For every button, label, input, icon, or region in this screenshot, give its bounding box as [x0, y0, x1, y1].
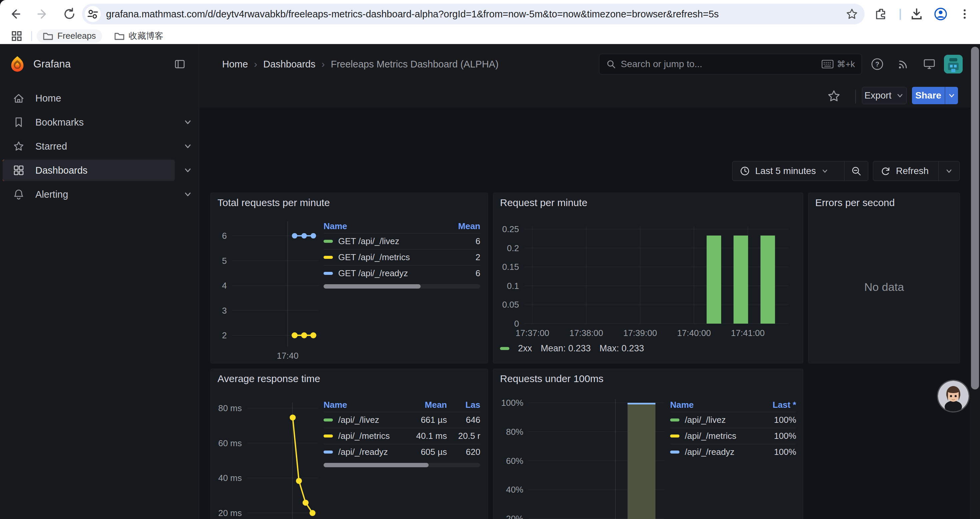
legend-value: 620 [447, 447, 480, 457]
downloads-button[interactable] [908, 6, 924, 22]
refresh-button[interactable]: Refresh [873, 161, 938, 181]
sidebar: Grafana Home Bookmarks Starred [0, 44, 199, 519]
export-label: Export [865, 90, 892, 101]
apps-button[interactable] [9, 28, 25, 44]
legend-value: 40.1 ms [400, 431, 447, 441]
legend-row[interactable]: /api/_/metrics40.1 ms20.5 r [323, 428, 480, 444]
scrollbar-thumb[interactable] [323, 463, 429, 467]
legend-column-header[interactable]: Name [323, 221, 440, 232]
chevron-down-icon[interactable] [183, 165, 193, 175]
export-button[interactable]: Export [862, 87, 907, 104]
legend-series-name[interactable]: /api/_/readyz [685, 447, 735, 457]
reload-button[interactable] [61, 6, 77, 22]
search-placeholder: Search or jump to... [621, 59, 822, 69]
bookmark-page-button[interactable] [844, 6, 860, 22]
scrollbar-thumb[interactable] [323, 284, 421, 289]
data-point [302, 500, 309, 506]
help-icon[interactable]: ? [870, 57, 884, 71]
share-button[interactable]: Share [912, 87, 945, 104]
legend-series-name[interactable]: /api/_/livez [685, 415, 726, 425]
chevron-down-icon[interactable] [183, 189, 193, 200]
page-scrollbar[interactable] [970, 44, 980, 519]
forward-button[interactable] [35, 6, 51, 22]
request-per-minute-chart[interactable]: 00.050.10.150.20.2517:37:0017:38:0017:39… [493, 193, 803, 363]
legend-value: 6 [440, 236, 480, 246]
sidebar-item-label: Bookmarks [35, 117, 84, 128]
legend-row[interactable]: /api/_/readyz605 µs620 [323, 444, 480, 460]
legend-value: 661 µs [400, 415, 447, 425]
legend-column-header[interactable]: Mean [400, 400, 447, 410]
sidebar-item-starred[interactable]: Starred [3, 136, 175, 157]
legend-column-header[interactable]: Name [670, 400, 756, 410]
browser-menu-button[interactable] [957, 6, 973, 22]
legend-series-name[interactable]: GET /api/_/livez [338, 236, 399, 246]
panel-title[interactable]: Errors per second [815, 197, 895, 208]
forward-arrow-icon [36, 7, 49, 21]
bookmark-label: 收藏博客 [129, 30, 164, 42]
legend-horizontal-scrollbar[interactable] [323, 463, 480, 467]
legend-series-name[interactable]: GET /api/_/readyz [338, 268, 408, 278]
legend-row[interactable]: /api/_/livez661 µs646 [323, 412, 480, 428]
y-axis-tick: 0.25 [502, 224, 519, 234]
panel-total-requests-per-minute: Total requests per minute 2345617:40 Nam… [210, 193, 488, 363]
profile-button[interactable] [932, 6, 949, 22]
legend-series-name[interactable]: /api/_/readyz [338, 447, 388, 457]
bar[interactable] [733, 235, 748, 324]
bookmark-folder-blogs[interactable]: 收藏博客 [108, 29, 169, 43]
legend-row[interactable]: GET /api/_/readyz6 [323, 265, 480, 281]
legend-column-header[interactable]: Last * [756, 400, 796, 410]
breadcrumb-dashboards[interactable]: Dashboards [263, 59, 315, 70]
breadcrumb-home[interactable]: Home [222, 59, 248, 70]
scrollbar-thumb[interactable] [971, 47, 979, 390]
url-bar[interactable]: grafana.mathmast.com/d/deytv4rwavabkb/fr… [82, 4, 865, 24]
assistant-avatar[interactable] [938, 381, 969, 412]
time-range-picker[interactable]: Last 5 minutes [732, 161, 844, 181]
y-axis-tick: 0.1 [507, 281, 519, 291]
favorite-dashboard-star-icon[interactable] [827, 89, 841, 104]
y-axis-tick: 2 [222, 330, 227, 340]
x-axis-tick: 17:40:00 [677, 328, 711, 338]
share-menu-button[interactable] [945, 87, 958, 104]
series-name[interactable]: 2xx [518, 343, 532, 354]
legend-series-name[interactable]: /api/_/metrics [338, 431, 390, 441]
legend-row[interactable]: GET /api/_/livez6 [323, 233, 480, 249]
legend-row[interactable]: /api/_/livez100% [670, 412, 796, 428]
star-icon [846, 8, 858, 21]
back-button[interactable] [7, 6, 23, 22]
y-axis-tick: 0.15 [502, 262, 519, 272]
search-input[interactable]: Search or jump to... ⌘+k [599, 54, 862, 75]
bar[interactable] [627, 403, 655, 519]
extensions-button[interactable] [873, 6, 889, 22]
sidebar-collapse-button[interactable] [174, 58, 186, 70]
user-avatar[interactable] [944, 55, 963, 73]
site-settings-button[interactable] [85, 6, 101, 22]
bookmark-folder-freeleaps[interactable]: Freeleaps [37, 29, 102, 43]
legend-column-header[interactable]: Name [323, 400, 400, 410]
sidebar-item-dashboards[interactable]: Dashboards [3, 160, 175, 181]
chevron-down-icon[interactable] [183, 141, 193, 151]
sidebar-item-bookmarks[interactable]: Bookmarks [3, 112, 175, 133]
legend-row[interactable]: 2xx Mean: 0.233 Max: 0.233 [500, 343, 644, 354]
legend-series-name[interactable]: GET /api/_/metrics [338, 252, 410, 262]
legend-series-name[interactable]: /api/_/livez [338, 415, 379, 425]
legend-series-name[interactable]: /api/_/metrics [685, 431, 737, 441]
legend-row[interactable]: /api/_/metrics100% [670, 428, 796, 444]
bar[interactable] [760, 235, 775, 324]
legend-horizontal-scrollbar[interactable] [323, 284, 480, 289]
sidebar-item-home[interactable]: Home [3, 88, 175, 109]
legend-column-header[interactable]: Las [447, 400, 480, 410]
dashboards-grid-icon [13, 164, 25, 176]
zoom-out-button[interactable] [845, 161, 868, 181]
legend-row[interactable]: /api/_/readyz100% [670, 444, 796, 460]
sidebar-item-alerting[interactable]: Alerting [3, 184, 175, 205]
chevron-down-icon[interactable] [183, 117, 193, 127]
time-range-label: Last 5 minutes [755, 166, 816, 176]
legend-column-header[interactable]: Mean [440, 221, 480, 232]
clock-icon [740, 166, 750, 176]
legend-row[interactable]: GET /api/_/metrics2 [323, 249, 480, 265]
refresh-interval-button[interactable] [939, 161, 959, 181]
news-rss-icon[interactable] [897, 57, 910, 71]
url-text[interactable]: grafana.mathmast.com/d/deytv4rwavabkb/fr… [106, 9, 844, 20]
bar[interactable] [706, 235, 721, 324]
monitor-icon[interactable] [923, 57, 936, 71]
